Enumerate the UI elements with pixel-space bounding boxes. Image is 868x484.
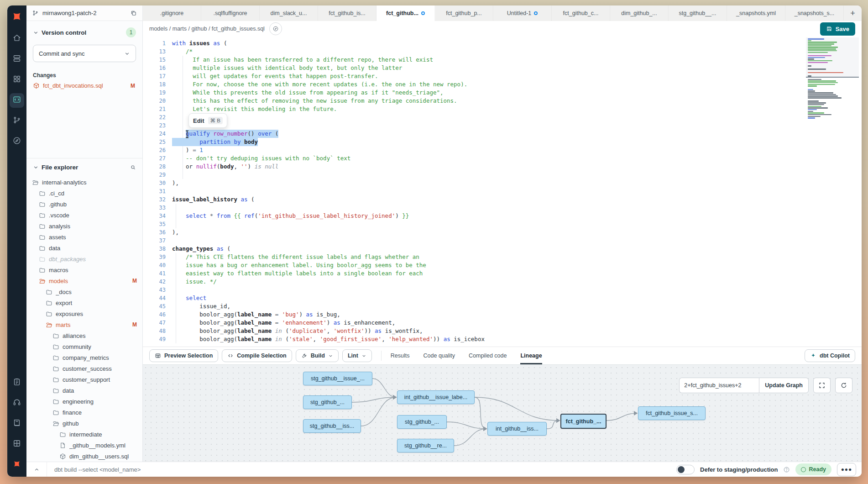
compile-selection-button[interactable]: Compile Selection xyxy=(222,349,292,362)
tree-item[interactable]: macros xyxy=(26,264,142,275)
build-button[interactable]: Build xyxy=(296,349,339,362)
rail-tasks-button[interactable] xyxy=(10,375,24,390)
code-line[interactable]: 46boolor_agg(label_name = 'bug') as is_b… xyxy=(143,310,862,319)
tree-item[interactable]: .ci_cd xyxy=(26,188,142,199)
tree-item[interactable]: martsM xyxy=(26,319,142,330)
code-line[interactable]: 33 xyxy=(143,204,862,212)
update-graph-button[interactable]: Update Graph xyxy=(759,378,809,393)
rail-environments-button[interactable] xyxy=(10,52,24,67)
command-input[interactable]: dbt build --select <model_name> xyxy=(47,466,676,473)
tree-item[interactable]: customer_success xyxy=(26,363,142,374)
compass-icon[interactable] xyxy=(269,22,282,35)
code-line[interactable]: 47boolor_agg(label_name = 'enhancement')… xyxy=(143,319,862,327)
code-line[interactable]: 17will get updates for events that happe… xyxy=(143,72,862,80)
editor-tab[interactable]: fct_github_p... xyxy=(435,5,493,21)
tree-item[interactable]: modelsM xyxy=(26,275,142,286)
fullscreen-icon[interactable] xyxy=(813,378,831,393)
lineage-node[interactable]: stg_github__re... xyxy=(397,439,454,452)
panel-tab-compiled-code[interactable]: Compiled code xyxy=(469,347,507,364)
editor-tab[interactable]: dim_github_... xyxy=(610,5,669,21)
code-line[interactable]: 26) = 1 xyxy=(143,146,862,154)
rail-develop-button[interactable] xyxy=(10,93,24,108)
code-line[interactable]: 41easiest way to flatten multiple labels… xyxy=(143,269,862,278)
copy-branch-icon[interactable] xyxy=(130,10,137,16)
code-editor[interactable]: 1with issues as (13/*15If an issue has b… xyxy=(143,37,862,347)
new-tab-button[interactable]: + xyxy=(844,5,862,21)
rail-home-button[interactable] xyxy=(10,32,24,46)
tree-item[interactable]: .vscode xyxy=(26,210,142,221)
status-badge[interactable]: Ready xyxy=(795,463,831,475)
code-line[interactable]: 25partition by body xyxy=(143,138,862,146)
tree-item[interactable]: dbt_packages xyxy=(26,253,142,264)
lineage-canvas[interactable]: stg_github__issue_...stg_github_...stg_g… xyxy=(143,364,862,462)
code-line[interactable]: 38change_types as ( xyxy=(143,245,862,253)
editor-tab[interactable]: .gitignore xyxy=(143,5,201,21)
edit-tooltip[interactable]: Edit ⌘ B xyxy=(188,113,227,128)
code-line[interactable]: 37 xyxy=(143,237,862,245)
panel-tab-lineage[interactable]: Lineage xyxy=(520,347,542,364)
minimap[interactable] xyxy=(808,38,856,119)
code-line[interactable]: 35 xyxy=(143,220,862,228)
code-line[interactable]: 15If an issue has been transferred to a … xyxy=(143,56,862,64)
expand-command-bar-button[interactable] xyxy=(26,462,47,477)
tree-item[interactable]: _docs xyxy=(26,286,142,297)
tree-item[interactable]: _github__models.yml xyxy=(26,440,142,451)
code-line[interactable]: 30), xyxy=(143,179,862,187)
code-line[interactable]: 49boolor_agg(label_name in ('stale', 'go… xyxy=(143,335,862,343)
code-line[interactable]: 48boolor_agg(label_name in ('duplicate',… xyxy=(143,327,862,335)
code-line[interactable]: 21Let's revisit this modeling in the fut… xyxy=(143,105,862,113)
code-line[interactable]: 20this has the effect of removing the ne… xyxy=(143,97,862,105)
code-line[interactable]: 19While this prevents the old issue from… xyxy=(143,89,862,97)
lint-button[interactable]: Lint xyxy=(342,349,372,362)
editor-tab[interactable]: fct_github... xyxy=(376,5,435,21)
code-line[interactable]: 28or nullif(body, '') is null xyxy=(143,163,862,171)
tree-item[interactable]: dim_github__users.sql xyxy=(26,451,142,462)
code-line[interactable]: 40issue has a bug or enhancement label. … xyxy=(143,261,862,269)
more-options-button[interactable]: ●●● xyxy=(837,463,856,476)
save-button[interactable]: Save xyxy=(820,22,855,36)
changed-file-row[interactable]: fct_dbt_invocations.sql M xyxy=(33,82,136,89)
code-line[interactable]: 1with issues as ( xyxy=(143,39,862,47)
rail-dbt-flame-button[interactable] xyxy=(10,458,24,472)
rail-docs-button[interactable] xyxy=(10,416,24,431)
version-control-header[interactable]: Version control 1 xyxy=(33,27,136,37)
editor-tab[interactable]: dim_slack_u... xyxy=(260,5,318,21)
rail-support-button[interactable] xyxy=(10,396,24,410)
defer-toggle[interactable] xyxy=(676,465,695,474)
tree-item[interactable]: data xyxy=(26,385,142,396)
lineage-node[interactable]: fct_github_... xyxy=(560,414,607,429)
code-line[interactable]: 32issue_label_history as ( xyxy=(143,195,862,204)
editor-tab[interactable]: stg_github__... xyxy=(669,5,727,21)
branch-widget[interactable]: mirnawong1-patch-2 xyxy=(26,5,143,21)
commit-and-sync-dropdown[interactable]: Commit and sync xyxy=(33,45,136,62)
code-line[interactable]: 34select * from {{ ref('int_github__issu… xyxy=(143,212,862,220)
tree-item[interactable]: .github xyxy=(26,199,142,210)
search-icon[interactable] xyxy=(130,164,136,170)
code-line[interactable]: 39/* This CTE flattens the different iss… xyxy=(143,253,862,261)
lineage-node[interactable]: int_github__issue_labe... xyxy=(397,390,475,404)
tree-item[interactable]: intermediate xyxy=(26,429,142,440)
code-line[interactable]: 42issue. */ xyxy=(143,278,862,286)
tree-item[interactable]: customer_support xyxy=(26,374,142,385)
tree-item[interactable]: alliances xyxy=(26,330,142,341)
tree-item[interactable]: exposures xyxy=(26,308,142,319)
tree-item[interactable]: internal-analytics xyxy=(26,177,142,188)
tree-item[interactable]: analysis xyxy=(26,221,142,231)
lineage-node[interactable]: fct_github_issue_s... xyxy=(638,406,706,420)
tree-item[interactable]: finance xyxy=(26,407,142,418)
code-line[interactable]: 27-- don't try deduping issues with no `… xyxy=(143,154,862,163)
panel-tab-code-quality[interactable]: Code quality xyxy=(424,347,455,364)
code-line[interactable]: 29 xyxy=(143,171,862,179)
lineage-node[interactable]: stg_github_... xyxy=(397,415,447,429)
editor-tab[interactable]: fct_github_is... xyxy=(318,5,376,21)
tree-item[interactable]: community xyxy=(26,341,142,352)
lineage-node[interactable]: stg_github__issue_... xyxy=(303,372,372,385)
code-line[interactable]: 44select xyxy=(143,294,862,302)
panel-tab-results[interactable]: Results xyxy=(391,347,410,364)
lineage-selector-input[interactable]: 2+fct_github_issues+2 xyxy=(679,378,759,393)
refresh-icon[interactable] xyxy=(835,378,852,393)
editor-tab[interactable]: fct_github_c... xyxy=(552,5,610,21)
rail-explore-button[interactable] xyxy=(10,134,24,149)
code-line[interactable]: 16multiple issues with identical body te… xyxy=(143,64,862,72)
editor-tab[interactable]: _snapshots_s... xyxy=(785,5,844,21)
